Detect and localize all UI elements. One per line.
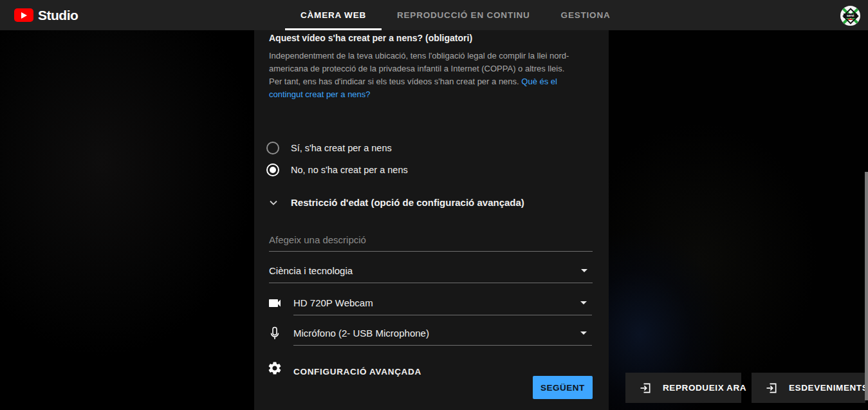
webcam-preview-background-left	[0, 30, 254, 410]
microphone-select[interactable]: Micrófono (2- USB Microphone)	[267, 326, 593, 348]
dropdown-caret-icon	[580, 331, 587, 335]
radio-no-made-for-kids[interactable]: No, no s'ha creat per a nens	[266, 163, 408, 176]
brand-name: Studio	[38, 8, 78, 23]
description-field-wrap	[269, 234, 593, 252]
tab-streaming[interactable]: REPRODUCCIÓ EN CONTINU	[382, 0, 546, 30]
play-now-label: REPRODUEIX ARA	[663, 383, 746, 393]
age-restriction-expander[interactable]: Restricció d'edat (opció de configuració…	[269, 197, 524, 208]
tab-manage[interactable]: GESTIONA	[546, 0, 626, 30]
dropdown-caret-icon	[580, 301, 587, 304]
dropdown-caret-icon	[581, 269, 587, 272]
enter-arrow-icon	[765, 382, 778, 395]
top-app-bar: Studio CÀMERA WEB REPRODUCCIÓ EN CONTINU…	[0, 0, 868, 30]
microphone-icon	[267, 326, 282, 341]
next-button[interactable]: SEGÜENT	[533, 376, 593, 399]
radio-button-icon	[266, 163, 279, 176]
radio-label: No, no s'ha creat per a nens	[291, 165, 408, 175]
avatar-label: servi	[844, 14, 857, 18]
webcam-select[interactable]: HD 720P Webcam	[267, 295, 593, 317]
webcam-preview-background-right	[609, 30, 868, 410]
category-value: Ciència i tecnologia	[269, 265, 353, 276]
kids-question-description: Independentment de la teva ubicació, ten…	[269, 50, 578, 101]
radio-button-icon	[266, 142, 279, 154]
vertical-scrollbar[interactable]	[865, 172, 868, 400]
radio-yes-made-for-kids[interactable]: Sí, s'ha creat per a nens	[266, 142, 392, 154]
enter-arrow-icon	[639, 382, 652, 395]
account-avatar[interactable]: servi	[840, 6, 860, 26]
category-select[interactable]: Ciència i tecnologia	[269, 265, 593, 283]
age-restriction-label: Restricció d'edat (opció de configuració…	[291, 197, 524, 208]
advanced-settings-label: CONFIGURACIÓ AVANÇADA	[293, 367, 421, 377]
play-now-button[interactable]: REPRODUEIX ARA	[625, 373, 741, 403]
tab-camera-web[interactable]: CÀMERA WEB	[285, 0, 382, 30]
radio-label: Sí, s'ha creat per a nens	[291, 143, 392, 153]
events-button[interactable]: ESDEVENIMENTS	[752, 373, 865, 403]
advanced-settings-button[interactable]: CONFIGURACIÓ AVANÇADA	[267, 360, 421, 382]
videocam-icon	[267, 295, 282, 311]
chevron-down-icon	[269, 198, 278, 207]
events-label: ESDEVENIMENTS	[789, 383, 868, 393]
main-tabs: CÀMERA WEB REPRODUCCIÓ EN CONTINU GESTIO…	[285, 0, 626, 30]
description-input[interactable]	[269, 234, 593, 252]
webcam-value: HD 720P Webcam	[293, 297, 373, 308]
kids-question-title: Aquest vídeo s'ha creat per a nens? (obl…	[269, 33, 591, 43]
gear-icon	[267, 360, 282, 376]
stream-setup-dialog: Aquest vídeo s'ha creat per a nens? (obl…	[254, 30, 609, 410]
microphone-value: Micrófono (2- USB Microphone)	[293, 328, 429, 339]
youtube-studio-logo[interactable]: Studio	[14, 0, 78, 30]
avatar-decor	[848, 19, 853, 20]
youtube-play-icon	[14, 8, 33, 22]
